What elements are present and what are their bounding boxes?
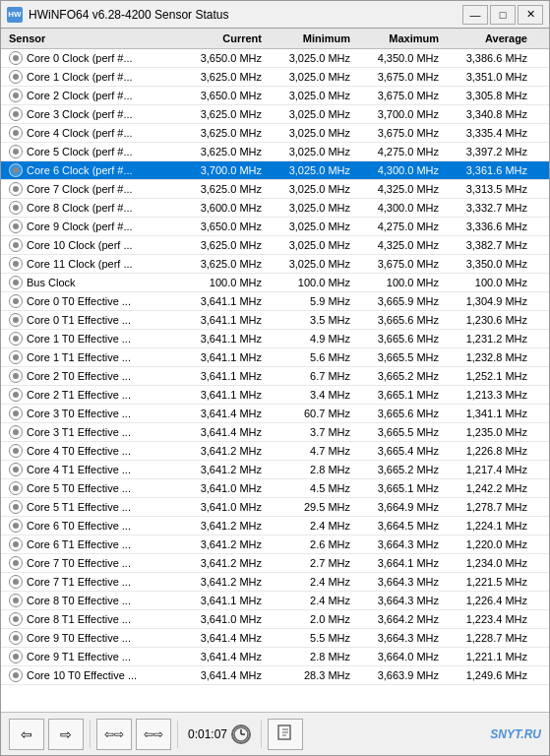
- table-row[interactable]: Core 9 T1 Effective ... 3,641.4 MHz 2.8 …: [1, 648, 549, 666]
- table-row[interactable]: Core 1 T0 Effective ... 3,641.1 MHz 4.9 …: [1, 330, 549, 348]
- cell-minimum: 3.4 MHz: [266, 388, 354, 402]
- cell-current: 3,650.0 MHz: [177, 89, 266, 102]
- sensor-label: Core 10 Clock (perf ...: [27, 239, 133, 251]
- table-row[interactable]: Core 10 Clock (perf ... 3,625.0 MHz 3,02…: [1, 236, 549, 255]
- cell-minimum: 3,025.0 MHz: [266, 163, 354, 177]
- sensor-label: Core 8 Clock (perf #...: [27, 202, 133, 214]
- cell-maximum: 3,665.9 MHz: [354, 294, 443, 308]
- close-button[interactable]: ✕: [518, 5, 543, 25]
- cell-maximum: 3,664.3 MHz: [354, 631, 443, 645]
- table-row[interactable]: Core 11 Clock (perf ... 3,625.0 MHz 3,02…: [1, 255, 549, 274]
- sensor-icon: [9, 594, 23, 607]
- table-row[interactable]: Core 4 T0 Effective ... 3,641.2 MHz 4.7 …: [1, 442, 549, 461]
- sensor-icon: [9, 407, 23, 420]
- cell-average: 1,221.1 MHz: [443, 650, 531, 663]
- table-row[interactable]: Core 3 Clock (perf #... 3,625.0 MHz 3,02…: [1, 105, 549, 124]
- cell-average: 3,397.2 MHz: [443, 145, 531, 158]
- header-average[interactable]: Average: [443, 31, 531, 46]
- table-row[interactable]: Core 0 Clock (perf #... 3,650.0 MHz 3,02…: [1, 49, 549, 68]
- header-current[interactable]: Current: [177, 31, 266, 46]
- cell-current: 3,625.0 MHz: [177, 70, 266, 84]
- sensor-icon: [9, 388, 23, 402]
- cell-average: 3,336.6 MHz: [443, 220, 531, 233]
- sensor-label: Core 8 T1 Effective ...: [27, 613, 131, 625]
- cell-minimum: 3,025.0 MHz: [266, 126, 354, 140]
- sensor-icon: [9, 575, 23, 589]
- table-row[interactable]: Core 6 T1 Effective ... 3,641.2 MHz 2.6 …: [1, 536, 549, 554]
- cell-current: 3,641.2 MHz: [177, 556, 266, 570]
- table-row[interactable]: Core 8 Clock (perf #... 3,600.0 MHz 3,02…: [1, 199, 549, 218]
- export-button[interactable]: [268, 719, 303, 750]
- cell-minimum: 2.4 MHz: [266, 594, 354, 607]
- cell-maximum: 3,675.0 MHz: [354, 89, 443, 102]
- table-row[interactable]: Core 4 Clock (perf #... 3,625.0 MHz 3,02…: [1, 124, 549, 143]
- table-row[interactable]: Core 4 T1 Effective ... 3,641.2 MHz 2.8 …: [1, 461, 549, 479]
- header-sensor[interactable]: Sensor: [5, 31, 177, 46]
- forward-button[interactable]: ⇨: [48, 719, 84, 750]
- cell-current: 3,650.0 MHz: [177, 220, 266, 233]
- cell-average: 3,340.8 MHz: [443, 107, 531, 121]
- sensor-label: Core 3 Clock (perf #...: [27, 108, 133, 120]
- table-header: Sensor Current Minimum Maximum Average: [1, 29, 549, 49]
- sensor-label: Core 5 T0 Effective ...: [27, 482, 131, 494]
- header-minimum[interactable]: Minimum: [266, 31, 354, 46]
- back-button[interactable]: ⇦: [9, 719, 44, 750]
- sensor-icon: [9, 332, 23, 346]
- table-row[interactable]: Core 8 T0 Effective ... 3,641.1 MHz 2.4 …: [1, 592, 549, 610]
- cell-maximum: 3,665.4 MHz: [354, 444, 443, 458]
- header-maximum[interactable]: Maximum: [354, 31, 443, 46]
- table-row[interactable]: Core 9 T0 Effective ... 3,641.4 MHz 5.5 …: [1, 629, 549, 648]
- table-row[interactable]: Core 9 Clock (perf #... 3,650.0 MHz 3,02…: [1, 218, 549, 236]
- table-row[interactable]: Core 5 T1 Effective ... 3,641.0 MHz 29.5…: [1, 498, 549, 517]
- table-row[interactable]: Core 2 T0 Effective ... 3,641.1 MHz 6.7 …: [1, 367, 549, 386]
- nav-button-2[interactable]: ⇦⇨: [136, 719, 171, 750]
- sensor-icon: [9, 182, 23, 196]
- nav-button[interactable]: ⇦⇨: [96, 719, 132, 750]
- cell-maximum: 3,700.0 MHz: [354, 107, 443, 121]
- table-row[interactable]: Core 7 T1 Effective ... 3,641.2 MHz 2.4 …: [1, 573, 549, 592]
- cell-current: 3,625.0 MHz: [177, 107, 266, 121]
- cell-current: 3,625.0 MHz: [177, 145, 266, 158]
- cell-minimum: 3,025.0 MHz: [266, 257, 354, 271]
- sensor-label: Core 4 T1 Effective ...: [27, 464, 131, 475]
- cell-current: 3,641.2 MHz: [177, 537, 266, 551]
- cell-maximum: 4,275.0 MHz: [354, 220, 443, 233]
- table-row[interactable]: Core 5 T0 Effective ... 3,641.0 MHz 4.5 …: [1, 479, 549, 498]
- sensor-label: Core 9 T1 Effective ...: [27, 651, 131, 662]
- table-row[interactable]: Core 0 T1 Effective ... 3,641.1 MHz 3.5 …: [1, 311, 549, 330]
- sensor-icon: [9, 163, 23, 177]
- cell-current: 3,641.4 MHz: [177, 631, 266, 645]
- cell-minimum: 3,025.0 MHz: [266, 107, 354, 121]
- table-row[interactable]: Core 1 T1 Effective ... 3,641.1 MHz 5.6 …: [1, 348, 549, 367]
- cell-current: 3,625.0 MHz: [177, 182, 266, 196]
- table-row[interactable]: Core 1 Clock (perf #... 3,625.0 MHz 3,02…: [1, 68, 549, 87]
- table-row[interactable]: Core 8 T1 Effective ... 3,641.0 MHz 2.0 …: [1, 610, 549, 629]
- table-row[interactable]: Bus Clock 100.0 MHz 100.0 MHz 100.0 MHz …: [1, 274, 549, 292]
- sensor-label: Core 2 T0 Effective ...: [27, 370, 131, 382]
- cell-maximum: 3,664.0 MHz: [354, 650, 443, 663]
- sensor-icon: [9, 89, 23, 102]
- sensor-icon: [9, 145, 23, 158]
- table-row[interactable]: Core 3 T0 Effective ... 3,641.4 MHz 60.7…: [1, 405, 549, 423]
- cell-current: 3,600.0 MHz: [177, 201, 266, 215]
- table-row[interactable]: Core 6 T0 Effective ... 3,641.2 MHz 2.4 …: [1, 517, 549, 536]
- sensor-label: Bus Clock: [27, 277, 76, 288]
- cell-maximum: 3,664.5 MHz: [354, 519, 443, 533]
- table-row[interactable]: Core 6 Clock (perf #... 3,700.0 MHz 3,02…: [1, 161, 549, 180]
- table-row[interactable]: Core 10 T0 Effective ... 3,641.4 MHz 28.…: [1, 666, 549, 685]
- sensor-label: Core 1 Clock (perf #...: [27, 71, 133, 83]
- table-row[interactable]: Core 2 T1 Effective ... 3,641.1 MHz 3.4 …: [1, 386, 549, 405]
- cell-current: 3,641.0 MHz: [177, 612, 266, 626]
- maximize-button[interactable]: □: [490, 5, 516, 25]
- table-row[interactable]: Core 3 T1 Effective ... 3,641.4 MHz 3.7 …: [1, 423, 549, 442]
- table-row[interactable]: Core 2 Clock (perf #... 3,650.0 MHz 3,02…: [1, 87, 549, 105]
- cell-current: 3,641.2 MHz: [177, 519, 266, 533]
- forward-icon: ⇨: [60, 726, 72, 742]
- table-row[interactable]: Core 5 Clock (perf #... 3,625.0 MHz 3,02…: [1, 143, 549, 161]
- cell-average: 1,252.1 MHz: [443, 369, 531, 383]
- cell-minimum: 2.0 MHz: [266, 612, 354, 626]
- minimize-button[interactable]: —: [462, 5, 488, 25]
- table-row[interactable]: Core 7 Clock (perf #... 3,625.0 MHz 3,02…: [1, 180, 549, 199]
- table-row[interactable]: Core 0 T0 Effective ... 3,641.1 MHz 5.9 …: [1, 292, 549, 311]
- table-row[interactable]: Core 7 T0 Effective ... 3,641.2 MHz 2.7 …: [1, 554, 549, 573]
